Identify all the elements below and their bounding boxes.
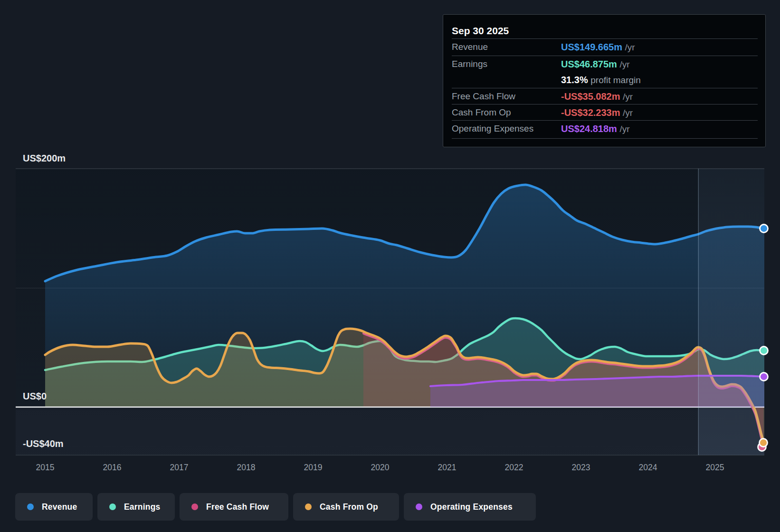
svg-text:2017: 2017 [170, 463, 189, 472]
svg-text:2025: 2025 [706, 463, 724, 472]
svg-text:2020: 2020 [371, 463, 390, 472]
svg-text:2024: 2024 [639, 463, 657, 472]
svg-text:2015: 2015 [36, 463, 55, 472]
svg-text:US$0: US$0 [23, 391, 47, 401]
svg-text:2016: 2016 [103, 463, 122, 472]
svg-text:US$200m: US$200m [23, 153, 66, 163]
svg-text:-US$40m: -US$40m [23, 438, 64, 449]
svg-text:2019: 2019 [304, 463, 323, 472]
svg-text:2022: 2022 [505, 463, 523, 472]
svg-text:2018: 2018 [237, 463, 256, 472]
svg-text:2023: 2023 [572, 463, 590, 472]
svg-text:2021: 2021 [438, 463, 457, 472]
